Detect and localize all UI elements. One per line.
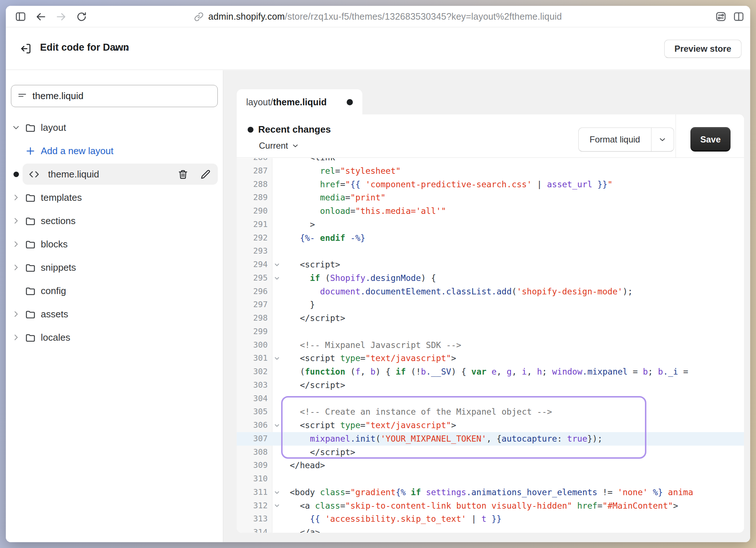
sidebar-item-snippets[interactable]: snippets: [6, 256, 223, 279]
unsaved-indicator-dot: [347, 99, 353, 105]
code-line-299[interactable]: 299: [237, 325, 744, 338]
code-text: onload="this.media='all'": [280, 204, 744, 218]
item-label: snippets: [41, 262, 76, 273]
chevron-right-icon[interactable]: [9, 263, 23, 272]
code-text: <!-- Create an instance of the Mixpanel …: [280, 405, 744, 419]
folder-icon: [23, 332, 38, 343]
line-number: 294: [237, 258, 268, 271]
tab-dir-label: layout/: [246, 97, 273, 107]
chevron-right-icon[interactable]: [9, 240, 23, 248]
code-line-313[interactable]: 313 {{ 'accessibility.skip_to_text' | t …: [237, 512, 744, 526]
code-text: <script type="text/javascript">: [280, 352, 744, 365]
code-line-290[interactable]: 290 onload="this.media='all'": [237, 204, 744, 218]
code-line-292[interactable]: 292 {%- endif -%}: [237, 231, 744, 245]
line-number: 304: [237, 392, 268, 406]
code-line-307[interactable]: 307 mixpanel.init('YOUR_MIXPANEL_TOKEN',…: [237, 432, 744, 446]
browser-toolbar: admin.shopify.com/store/rzq1xu-f5/themes…: [6, 6, 750, 27]
sidebar-item-sections[interactable]: sections: [6, 209, 223, 232]
code-line-288[interactable]: 288 href="{{ 'component-predictive-searc…: [237, 178, 744, 191]
code-line-286[interactable]: 286 <link: [237, 158, 744, 164]
item-label: layout: [41, 122, 66, 133]
folder-icon: [23, 122, 38, 133]
format-liquid-button[interactable]: Format liquid: [579, 128, 651, 151]
split-view-icon[interactable]: [733, 11, 744, 22]
sidebar-item-locales[interactable]: locales: [6, 326, 223, 349]
line-number: 287: [237, 164, 268, 178]
recent-changes-label: Recent changes: [258, 124, 331, 135]
file-search-box[interactable]: [11, 85, 218, 107]
code-file-icon: [28, 169, 40, 180]
search-input[interactable]: [32, 90, 212, 102]
preview-store-button[interactable]: Preview store: [664, 40, 741, 58]
sidebar-item-config[interactable]: config: [6, 279, 223, 302]
line-number: 286: [237, 158, 268, 164]
line-number: 303: [237, 379, 268, 392]
code-line-304[interactable]: 304: [237, 392, 744, 406]
line-number: 290: [237, 204, 268, 218]
save-button[interactable]: Save: [690, 127, 731, 152]
selected-file-row[interactable]: theme.liquid: [23, 164, 218, 185]
code-text: </a>: [280, 526, 744, 533]
more-actions-icon[interactable]: [115, 48, 128, 51]
code-text: </script>: [280, 379, 744, 392]
plus-icon: [23, 146, 38, 156]
code-line-300[interactable]: 300 <!-- Mixpanel Javascript SDK -->: [237, 338, 744, 352]
code-text: media="print": [280, 191, 744, 204]
code-line-289[interactable]: 289 media="print": [237, 191, 744, 204]
sidebar-item-layout[interactable]: layout: [6, 116, 223, 139]
line-number: 302: [237, 365, 268, 379]
code-line-298[interactable]: 298 </script>: [237, 312, 744, 325]
code-line-314[interactable]: 314 </a>: [237, 526, 744, 533]
chevron-down-icon[interactable]: [9, 123, 23, 132]
editor-toolbar: Recent changes Current Format liquid: [237, 114, 744, 158]
sidebar-item-assets[interactable]: assets: [6, 302, 223, 326]
address-bar[interactable]: admin.shopify.com/store/rzq1xu-f5/themes…: [6, 6, 750, 27]
code-panel: Recent changes Current Format liquid: [237, 114, 744, 533]
folder-icon: [23, 285, 38, 297]
code-line-291[interactable]: 291 >: [237, 218, 744, 231]
sidebar-item-blocks[interactable]: blocks: [6, 232, 223, 256]
line-number: 292: [237, 231, 268, 245]
code-line-310[interactable]: 310: [237, 472, 744, 486]
version-dropdown[interactable]: Current: [259, 141, 299, 151]
code-text: (function (f, b) { if (!b.__SV) { var e,…: [280, 365, 744, 379]
line-number: 311: [237, 486, 268, 499]
line-number: 291: [237, 218, 268, 231]
code-line-311[interactable]: 311 <body class="gradient{% if settings.…: [237, 486, 744, 499]
code-line-295[interactable]: 295 if (Shopify.designMode) {: [237, 271, 744, 285]
exit-editor-icon[interactable]: [20, 43, 32, 55]
delete-file-icon[interactable]: [177, 168, 189, 180]
code-line-302[interactable]: 302 (function (f, b) { if (!b.__SV) { va…: [237, 365, 744, 379]
chevron-right-icon[interactable]: [9, 193, 23, 202]
chevron-right-icon[interactable]: [9, 333, 23, 342]
code-line-296[interactable]: 296 document.documentElement.classList.a…: [237, 285, 744, 298]
sidebar-item-templates[interactable]: templates: [6, 186, 223, 209]
code-line-287[interactable]: 287 rel="stylesheet": [237, 164, 744, 178]
tab-theme-liquid[interactable]: layout/theme.liquid: [237, 89, 362, 115]
code-line-293[interactable]: 293: [237, 244, 744, 258]
code-line-301[interactable]: 301 <script type="text/javascript">: [237, 352, 744, 365]
code-line-309[interactable]: 309 </head>: [237, 459, 744, 472]
code-line-305[interactable]: 305 <!-- Create an instance of the Mixpa…: [237, 405, 744, 419]
sidebar-item-add-a-new-layout[interactable]: Add a new layout: [6, 139, 223, 163]
code-text: <script type="text/javascript">: [280, 419, 744, 432]
item-label: config: [41, 285, 66, 297]
chevron-right-icon[interactable]: [9, 310, 23, 318]
code-line-294[interactable]: 294 <script>: [237, 258, 744, 271]
code-line-303[interactable]: 303 </script>: [237, 379, 744, 392]
code-text: <link: [280, 158, 744, 164]
format-options-chevron-icon[interactable]: [651, 128, 674, 151]
rename-file-icon[interactable]: [200, 168, 211, 180]
sidebar-item-theme-liquid[interactable]: theme.liquid: [6, 163, 223, 186]
code-line-312[interactable]: 312 <a class="skip-to-content-link butto…: [237, 499, 744, 513]
code-line-297[interactable]: 297 }: [237, 298, 744, 312]
browser-extensions-icon[interactable]: [715, 11, 727, 22]
version-label: Current: [259, 141, 288, 151]
code-text: </script>: [280, 312, 744, 325]
file-tree: layoutAdd a new layouttheme.liquidtempla…: [6, 116, 223, 349]
code-line-308[interactable]: 308 </script>: [237, 446, 744, 459]
code-line-306[interactable]: 306 <script type="text/javascript">: [237, 419, 744, 432]
app-header: Edit code for Dawn Preview store: [6, 27, 750, 70]
chevron-right-icon[interactable]: [9, 216, 23, 225]
code-editor[interactable]: 286 <link287 rel="stylesheet"288 href="{…: [237, 158, 744, 533]
